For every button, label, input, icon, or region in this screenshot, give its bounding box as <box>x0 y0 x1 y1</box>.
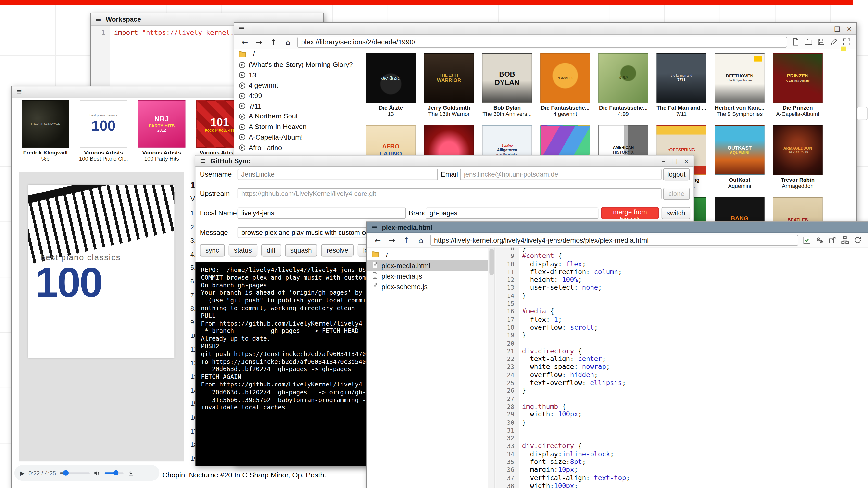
plex-directory-item[interactable]: 4:99 <box>234 91 363 101</box>
album-artist-label: Bob Dylan <box>479 105 535 111</box>
edit-icon[interactable] <box>830 38 838 46</box>
plex-directory-item[interactable]: A-Capella-Album! <box>234 132 363 143</box>
save-icon[interactable] <box>817 38 825 46</box>
plex-directory-item[interactable]: 4 gewinnt <box>234 81 363 91</box>
code-line: 28img.thumb { <box>495 403 868 410</box>
up-icon[interactable]: ↑ <box>269 37 278 46</box>
album-cell[interactable]: FREDRIK KLINGWALLFredrik Klingwall%b <box>19 100 72 162</box>
check-square-icon[interactable] <box>803 236 811 244</box>
url-input[interactable] <box>297 36 787 47</box>
album-cell[interactable]: the fat man and7/11The Fat Man and ...7/… <box>654 53 709 117</box>
gears-icon[interactable] <box>815 236 824 244</box>
album-cell[interactable]: NRJPARTY HITS2012Various Artists100 Part… <box>135 100 188 162</box>
menu-icon[interactable]: ≡ <box>200 157 206 165</box>
minimize-icon[interactable]: – <box>662 157 665 165</box>
album-cell[interactable]: BOBDYLANBob DylanThe 30th Annivers... <box>479 53 535 117</box>
plex-directory-item[interactable]: A Storm In Heaven <box>234 122 363 132</box>
close-icon[interactable]: × <box>846 25 852 32</box>
fullscreen-icon[interactable] <box>842 38 851 46</box>
home-icon[interactable]: ⌂ <box>283 37 293 46</box>
file-item[interactable]: plex-scheme.js <box>367 281 488 292</box>
maximize-icon[interactable]: □ <box>671 157 678 165</box>
album-cell[interactable]: 4:99Die Fantastische...4:99 <box>596 53 651 117</box>
email-label: Email <box>441 171 458 179</box>
github-titlebar[interactable]: ≡ GitHub Sync – □ × <box>195 156 693 167</box>
code-text: font-size:8pt; <box>522 458 586 466</box>
volume-handle[interactable] <box>114 470 119 475</box>
upstream-input[interactable] <box>238 188 661 200</box>
plex-directory-item[interactable]: A Northern Soul <box>234 111 363 122</box>
menu-icon[interactable]: ≡ <box>371 223 377 232</box>
seek-slider[interactable] <box>60 472 90 474</box>
url-input[interactable] <box>430 235 798 245</box>
back-icon[interactable]: ← <box>373 236 383 244</box>
album-cell[interactable]: die ärzteDie Ärzte13 <box>363 53 418 117</box>
album-cell[interactable]: ARMAGEDDONTREVOR RABINTrevor RabinArmage… <box>770 125 825 189</box>
download-icon[interactable] <box>127 469 134 477</box>
seek-handle[interactable] <box>63 470 69 476</box>
back-icon[interactable]: ← <box>240 37 250 46</box>
branch-input[interactable] <box>426 208 599 219</box>
scrollbar-thumb[interactable] <box>489 249 494 275</box>
forward-icon[interactable]: → <box>254 37 264 46</box>
minimize-icon[interactable]: – <box>825 25 828 32</box>
github-sync-button[interactable]: sync <box>200 244 224 256</box>
home-icon[interactable]: ⌂ <box>416 236 426 244</box>
plex-parent-dir-item[interactable]: ../ <box>234 49 363 60</box>
file-list-scrollbar[interactable] <box>488 247 495 488</box>
close-icon[interactable]: × <box>684 157 689 165</box>
folder-icon[interactable] <box>804 38 813 46</box>
play-button[interactable]: ▶ <box>20 469 25 477</box>
github-squash-button[interactable]: squash <box>285 244 317 256</box>
parent-dir-item[interactable]: ../ <box>367 250 488 260</box>
volume-icon[interactable] <box>94 469 101 477</box>
plex-directory-item[interactable]: 13 <box>234 70 363 80</box>
code-line: 12 height: 100%; <box>495 276 868 284</box>
merge-from-branch-button[interactable]: merge from branch <box>601 207 659 219</box>
github-resolve-button[interactable]: resolve <box>321 244 354 256</box>
file-name: plex-scheme.js <box>381 283 428 291</box>
switch-button[interactable]: switch <box>661 207 690 219</box>
scrollbar-thumb[interactable] <box>857 107 868 120</box>
album-artist-label: Die Ärzte <box>363 105 418 111</box>
code-line: 20 <box>495 339 868 347</box>
album-cell[interactable]: OUTKASTAQUEMINIOutKastAquemini <box>712 125 767 189</box>
volume-slider[interactable] <box>105 472 124 474</box>
new-file-icon[interactable] <box>792 38 800 46</box>
logout-button[interactable]: logout <box>663 169 689 181</box>
plex-directory-item[interactable]: 7/11 <box>234 101 363 111</box>
album-cell[interactable]: 4 gewinntDie Fantastische...4 gewinnt <box>537 53 593 117</box>
plex-directory-item[interactable]: Afro Latino <box>234 143 363 153</box>
plex-titlebar[interactable]: ≡ – □ × <box>234 23 856 35</box>
plex-file-list: ../(What's the Story) Morning Glory?134 … <box>234 49 363 163</box>
line-number: 12 <box>495 276 522 283</box>
plex-directory-item[interactable]: (What's the Story) Morning Glory? <box>234 60 363 70</box>
file-item[interactable]: plex-media.html <box>367 260 488 271</box>
username-input[interactable] <box>238 169 438 180</box>
code-editor[interactable]: 8}9#content {10 display: flex;11 flex-di… <box>495 247 868 488</box>
album-cell[interactable]: best piano classics100Various Artists100… <box>77 100 130 162</box>
github-status-button[interactable]: status <box>228 244 257 256</box>
external-link-icon[interactable] <box>828 236 836 244</box>
album-cell[interactable]: THE 13THWARRIORJerry GoldsmithThe 13th W… <box>422 53 477 117</box>
forward-icon[interactable]: → <box>387 236 397 244</box>
github-diff-button[interactable]: diff <box>261 244 281 256</box>
local-name-input[interactable] <box>238 208 406 219</box>
sitemap-icon[interactable] <box>841 236 849 244</box>
album-cell[interactable]: PRINZENA-Capella-Album!Die PrinzenA-Cape… <box>770 53 825 117</box>
clone-button[interactable]: clone <box>663 188 689 200</box>
album-cell[interactable]: BEETHOVENThe 9 SymphoniesHerbert von Kar… <box>712 53 767 117</box>
file-item[interactable]: plex-media.js <box>367 271 488 281</box>
menu-icon[interactable]: ≡ <box>95 15 101 23</box>
plexmedia-titlebar[interactable]: ≡ plex-media.html <box>367 222 868 233</box>
up-icon[interactable]: ↑ <box>401 236 411 244</box>
line-number: 9 <box>495 252 522 260</box>
trash-icon[interactable] <box>866 236 868 244</box>
refresh-icon[interactable] <box>854 236 862 244</box>
plexmedia-title: plex-media.html <box>382 223 432 231</box>
menu-icon[interactable]: ≡ <box>16 88 22 96</box>
maximize-icon[interactable]: □ <box>834 25 840 32</box>
email-input[interactable] <box>460 169 661 180</box>
audio-player[interactable]: ▶ 0:22 / 4:25 <box>14 465 160 481</box>
menu-icon[interactable]: ≡ <box>239 24 245 33</box>
